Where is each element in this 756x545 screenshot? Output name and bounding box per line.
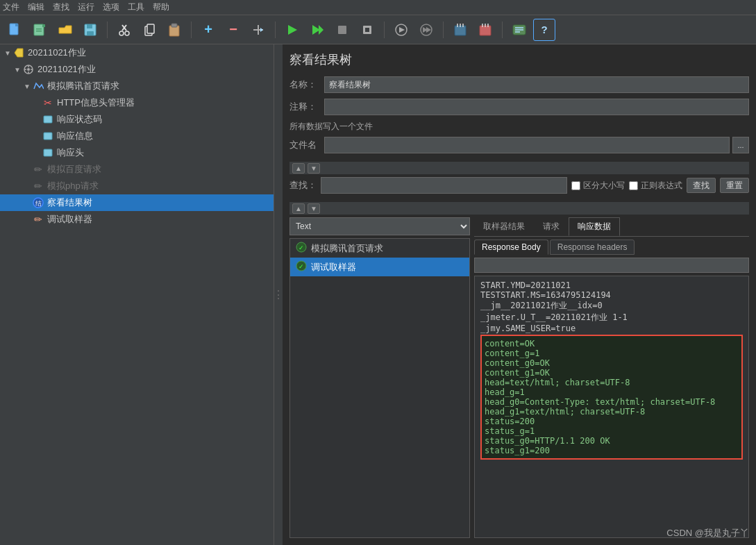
collapse-btn[interactable]: ▼: [308, 163, 320, 174]
expand-btn-2[interactable]: ▲: [292, 203, 305, 214]
sub-tab-response-body[interactable]: Response Body: [474, 240, 548, 255]
svg-point-12: [125, 31, 129, 35]
response-highlighted-line: content=OK: [485, 339, 739, 349]
toolbar-clear[interactable]: [449, 19, 471, 41]
tree-icon-http: ✂: [42, 97, 54, 109]
svg-rect-2: [34, 24, 44, 35]
case-sensitive-checkbox[interactable]: [571, 181, 580, 190]
toolbar-remote-start[interactable]: [390, 19, 412, 41]
browse-file-button[interactable]: ...: [732, 137, 749, 153]
sample-item-tencent[interactable]: ✓ 模拟腾讯首页请求: [290, 239, 469, 258]
sample-area: Text RegExp CSS Selector JSON Path XPath…: [289, 217, 749, 538]
tree-label-root: 20211021作业: [28, 47, 86, 59]
comment-label: 注释：: [289, 101, 324, 113]
menu-run[interactable]: 运行: [78, 1, 94, 13]
svg-rect-5: [36, 31, 42, 32]
svg-point-45: [27, 68, 30, 71]
sample-icon-debug: ✓: [296, 260, 307, 274]
toolbar-stop[interactable]: [331, 19, 353, 41]
toolbar-function-helper[interactable]: [508, 19, 530, 41]
highlighted-block: content=OKcontent_g=1content_g0=OKconten…: [480, 335, 743, 460]
response-highlighted-line: status_g0=HTTP/1.1 200 OK: [485, 436, 739, 446]
response-body[interactable]: START.YMD=20211021TESTSTART.MS=163479512…: [474, 276, 749, 538]
toolbar-paste[interactable]: [163, 19, 185, 41]
panel-title: 察看结果树: [289, 51, 749, 68]
svg-marker-27: [399, 27, 405, 33]
regex-checkbox[interactable]: [629, 181, 638, 190]
menu-help[interactable]: 帮助: [153, 1, 169, 13]
reset-button[interactable]: 重置: [720, 178, 749, 193]
filename-input[interactable]: [324, 137, 730, 153]
tree-arrow-thread: ▼: [22, 83, 32, 90]
toolbar-add[interactable]: +: [197, 19, 219, 41]
tree-icon-response-code: [42, 113, 54, 126]
response-line: TESTSTART.MS=1634795124194: [480, 290, 743, 300]
tree-label-response-head: 响应头: [57, 146, 84, 159]
response-search-row: [474, 258, 749, 273]
toolbar-remote-start-all[interactable]: [415, 19, 437, 41]
tab-sampler-result[interactable]: 取样器结果: [474, 217, 534, 236]
search-input[interactable]: [321, 177, 567, 194]
response-highlighted-line: content_g1=OK: [485, 368, 739, 378]
tree-icon-thread: [32, 80, 44, 92]
comment-input[interactable]: [324, 99, 749, 115]
menu-find[interactable]: 查找: [53, 1, 69, 13]
toolbar-separator-3: [275, 22, 276, 38]
menu-options[interactable]: 选项: [103, 1, 119, 13]
toolbar-start[interactable]: [281, 19, 303, 41]
toolbar-templates[interactable]: [29, 19, 51, 41]
toolbar-save[interactable]: [79, 19, 101, 41]
response-highlighted-line: status_g=1: [485, 426, 739, 436]
tree-item-response-head[interactable]: 响应头: [0, 144, 274, 161]
tree-item-root[interactable]: ▼ 20211021作业: [0, 44, 274, 61]
menu-file[interactable]: 文件: [3, 1, 19, 13]
tree-item-response-code[interactable]: 响应状态码: [0, 111, 274, 128]
response-search-input[interactable]: [474, 258, 749, 273]
panel-divider[interactable]: [274, 44, 283, 545]
left-panel: ▼ 20211021作业 ▼ 20211021作业 ▼: [0, 44, 274, 545]
tree-item-http[interactable]: ✂ HTTP信息头管理器: [0, 94, 274, 111]
toolbar-open[interactable]: [54, 19, 76, 41]
tree-item-config[interactable]: ▼ 20211021作业: [0, 61, 274, 78]
response-highlighted-line: head_g0=Content-Type: text/html; charset…: [485, 397, 739, 407]
svg-rect-4: [36, 28, 42, 30]
filename-row: 文件名 ...: [289, 137, 749, 153]
response-line: _jmy.SAME_USER=true: [480, 324, 743, 333]
tree-item-php[interactable]: ✏ 模拟php请求: [0, 178, 274, 194]
tree-item-response-info[interactable]: 响应信息: [0, 128, 274, 144]
svg-rect-52: [44, 149, 52, 156]
type-select[interactable]: Text RegExp CSS Selector JSON Path XPath: [289, 217, 470, 235]
tree-item-result-tree[interactable]: 结 察看结果树: [0, 194, 274, 211]
toolbar-start-no-pause[interactable]: [306, 19, 328, 41]
tree-icon-debug: ✏: [32, 213, 44, 226]
toolbar-browse[interactable]: [247, 19, 269, 41]
main-area: ▼ 20211021作业 ▼ 20211021作业 ▼: [0, 44, 756, 545]
menubar: 文件 编辑 查找 运行 选项 工具 帮助: [0, 0, 756, 15]
toolbar-new[interactable]: [4, 19, 26, 41]
name-input[interactable]: [324, 76, 749, 93]
test-tree: ▼ 20211021作业 ▼ 20211021作业 ▼: [0, 44, 274, 545]
tree-item-debug[interactable]: ✏ 调试取样器: [0, 211, 274, 228]
search-button[interactable]: 查找: [687, 178, 716, 193]
name-row: 名称：: [289, 76, 749, 93]
toolbar-separator-1: [107, 22, 108, 38]
toolbar-separator-5: [443, 22, 444, 38]
toolbar-help[interactable]: ?: [533, 19, 555, 41]
toolbar-cut[interactable]: [113, 19, 135, 41]
tree-item-thread[interactable]: ▼ 模拟腾讯首页请求: [0, 78, 274, 94]
svg-marker-43: [15, 49, 23, 57]
menu-tools[interactable]: 工具: [128, 1, 144, 13]
toolbar-remove[interactable]: −: [222, 19, 244, 41]
toolbar-clear-all[interactable]: [474, 19, 496, 41]
toolbar-copy[interactable]: [138, 19, 160, 41]
tree-item-baidu[interactable]: ✏ 模拟百度请求: [0, 161, 274, 178]
tab-response-data[interactable]: 响应数据: [569, 217, 620, 236]
tab-request[interactable]: 请求: [534, 217, 569, 236]
toolbar-shutdown[interactable]: [356, 19, 378, 41]
collapse-btn-2[interactable]: ▼: [308, 203, 320, 214]
menu-edit[interactable]: 编辑: [28, 1, 44, 13]
tree-icon-response-info: [42, 130, 54, 142]
sub-tab-response-headers[interactable]: Response headers: [550, 240, 635, 255]
expand-btn[interactable]: ▲: [292, 163, 305, 174]
sample-item-debug[interactable]: ✓ 调试取样器: [290, 258, 469, 276]
